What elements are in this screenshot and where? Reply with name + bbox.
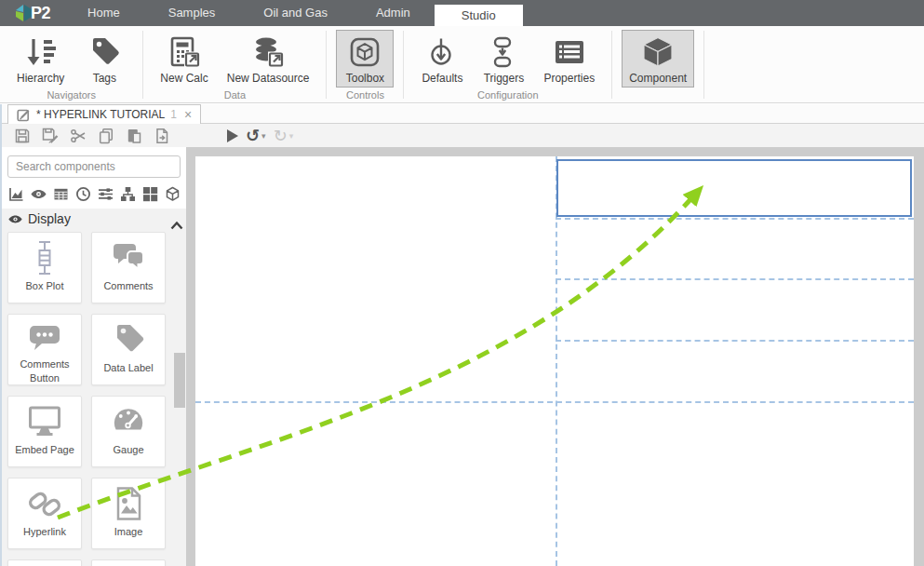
ribbon-group-label: Configuration [477, 88, 538, 102]
org-chart-category-icon[interactable] [119, 185, 136, 202]
ribbon-separator [611, 31, 612, 99]
table-category-icon[interactable] [52, 185, 69, 202]
sidebar-scrollbar-thumb[interactable] [174, 353, 185, 408]
new-datasource-button[interactable]: New Datasource [220, 30, 317, 88]
edit-pencil-icon [17, 108, 31, 122]
component-tile-label: Hyperlink [8, 524, 81, 548]
copy-icon [98, 128, 114, 144]
toolbox-button[interactable]: Toolbox [336, 30, 394, 88]
cube-category-icon[interactable] [164, 185, 181, 202]
save-as-icon [42, 128, 59, 144]
component-tile-image[interactable]: Image [91, 478, 166, 549]
nav-item-home[interactable]: Home [63, 0, 144, 26]
component-cube-icon [640, 34, 676, 71]
p2-logo-text: P2 [31, 4, 50, 23]
area-chart-category-icon[interactable] [7, 185, 24, 202]
cut-button[interactable] [67, 126, 89, 146]
triggers-button[interactable]: Triggers [475, 30, 532, 88]
grid-category-icon[interactable] [141, 185, 158, 202]
save-as-button[interactable] [39, 126, 61, 146]
save-button[interactable] [11, 126, 33, 146]
dashboard-page[interactable] [195, 156, 914, 566]
sliders-category-icon[interactable] [97, 185, 114, 202]
selected-component-dropzone[interactable] [556, 159, 912, 217]
component-tile-comments-button[interactable]: Comments Button [7, 314, 82, 385]
component-tile-box-plot[interactable]: Box Plot [7, 232, 82, 303]
redo-button-disabled: ↻ [274, 128, 288, 144]
run-play-button[interactable] [227, 129, 238, 142]
clock-category-icon[interactable] [74, 185, 91, 202]
display-panel: Display Box Plot [0, 209, 186, 566]
paste-icon [126, 128, 142, 144]
grid-row-guide [195, 401, 914, 403]
hyperlink-icon [8, 483, 81, 524]
component-button[interactable]: Component [622, 30, 694, 88]
comments-icon [92, 237, 165, 278]
component-tile-embed-page[interactable]: Embed Page [7, 396, 82, 467]
toolbox-button-label: Toolbox [346, 72, 384, 85]
tab-close-icon[interactable]: × [184, 108, 192, 121]
hierarchy-button-label: Hierarchy [17, 72, 64, 85]
ribbon-group-data: New Calc New Da [145, 26, 324, 102]
new-calc-button[interactable]: New Calc [153, 30, 215, 88]
component-tile-label: Comments Button [8, 357, 81, 384]
component-tile-partial[interactable] [91, 559, 166, 566]
copy-button[interactable] [95, 126, 117, 146]
document-toolbar: ↺ ▾ ↻ ▾ [0, 124, 924, 147]
ribbon: Hierarchy Tags Navigators [0, 26, 924, 103]
undo-dropdown-caret[interactable]: ▾ [261, 131, 266, 141]
ribbon-group-configuration: Defaults Triggers [406, 26, 609, 102]
ribbon-group-component: Component [614, 26, 702, 102]
component-tile-label: Gauge [92, 442, 165, 466]
grid-row-guide [556, 340, 914, 342]
cut-scissors-icon [70, 128, 87, 144]
defaults-button[interactable]: Defaults [413, 30, 471, 88]
tags-button-label: Tags [93, 72, 116, 85]
display-section-header[interactable]: Display [8, 211, 71, 226]
properties-button[interactable]: Properties [536, 30, 602, 88]
component-tile-label: Image [92, 524, 165, 548]
database-new-icon [251, 34, 285, 71]
nav-item-studio-active[interactable]: Studio [435, 5, 523, 26]
display-section-title: Display [28, 211, 71, 226]
component-tile-partial[interactable] [7, 559, 82, 566]
hierarchy-button[interactable]: Hierarchy [9, 30, 72, 88]
ribbon-group-navigators: Hierarchy Tags Navigators [2, 26, 141, 102]
ribbon-separator [403, 31, 404, 99]
component-button-label: Component [629, 72, 687, 85]
calculator-new-icon [167, 34, 201, 71]
component-tile-comments[interactable]: Comments [91, 232, 166, 303]
image-icon [92, 483, 165, 524]
tags-button[interactable]: Tags [75, 30, 133, 88]
component-sidebar: Display Box Plot [0, 147, 186, 566]
component-tile-hyperlink[interactable]: Hyperlink [7, 478, 82, 549]
ribbon-group-label: Data [224, 88, 246, 102]
ribbon-group-label: Navigators [47, 88, 96, 102]
component-category-row [7, 185, 181, 202]
scroll-up-chevron-icon[interactable] [170, 217, 183, 234]
hierarchy-icon [24, 34, 58, 71]
undo-button[interactable]: ↺ [246, 128, 260, 144]
document-tab-badge: 1 [170, 108, 177, 121]
component-tile-label: Box Plot [8, 278, 81, 303]
nav-item-oil-and-gas[interactable]: Oil and Gas [239, 0, 352, 26]
eye-category-icon[interactable] [30, 185, 47, 202]
nav-item-samples[interactable]: Samples [144, 0, 240, 26]
properties-icon [553, 34, 586, 71]
window-left-edge [0, 104, 2, 566]
search-components-input[interactable] [7, 155, 181, 178]
component-tile-label: Embed Page [8, 442, 81, 466]
document-tab[interactable]: * HYPERLINK TUTORIAL 1 × [7, 104, 201, 124]
save-icon [14, 128, 31, 144]
nav-item-admin[interactable]: Admin [352, 0, 435, 26]
embed-page-icon [8, 401, 81, 442]
export-button[interactable] [151, 126, 173, 146]
component-tile-gauge[interactable]: Gauge [91, 396, 166, 467]
redo-dropdown-caret: ▾ [289, 131, 294, 141]
export-page-icon [154, 128, 170, 144]
paste-button[interactable] [123, 126, 145, 146]
canvas-workspace [186, 147, 924, 566]
toolbox-cube-icon [348, 34, 382, 71]
component-tile-data-label[interactable]: Data Label [91, 314, 166, 385]
tag-icon [87, 34, 121, 71]
